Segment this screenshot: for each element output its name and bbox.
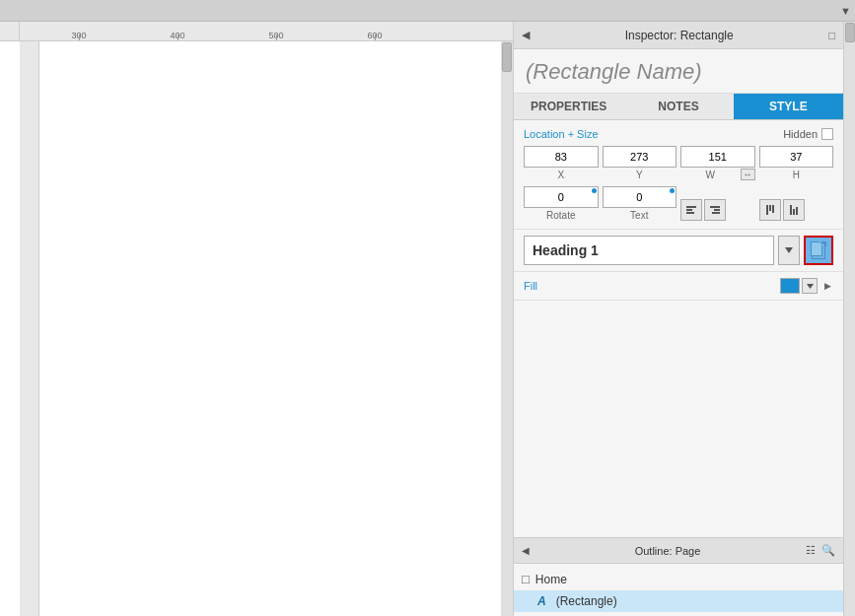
fill-color-swatch[interactable]	[780, 278, 800, 294]
ruler-horizontal: 300 400 500 600	[20, 22, 513, 41]
svg-rect-4	[714, 209, 720, 211]
rectangle-tree-label: (Rectangle)	[556, 594, 617, 608]
svg-rect-11	[796, 207, 798, 215]
tab-properties[interactable]: PROPERTIES	[514, 94, 623, 119]
tree-item-home[interactable]: □ Home	[514, 568, 843, 590]
x-input[interactable]: 83	[524, 146, 599, 168]
home-label: Home	[535, 573, 567, 586]
svg-rect-8	[772, 205, 774, 213]
collapse-icon[interactable]: ▼	[840, 5, 851, 17]
inspector-header: ◀ Inspector: Rectangle □	[514, 22, 843, 49]
ruler-corner	[0, 22, 20, 41]
align-right-btn[interactable]	[704, 199, 726, 221]
inspector-panel: ◀ Inspector: Rectangle □ (Rectangle Name…	[513, 22, 843, 616]
outline-search-icon[interactable]: 🔍	[821, 544, 835, 557]
y-input-group: 273 Y	[603, 146, 677, 180]
text-label: Text	[630, 210, 648, 221]
style-heading-row: Heading 1	[514, 230, 843, 272]
w-input-group: 151 W ↔	[680, 146, 755, 180]
rotate-label: Rotate	[546, 210, 575, 221]
align-group-2	[759, 199, 834, 221]
rectangle-tree-icon: A	[537, 594, 546, 608]
scroll-thumb[interactable]	[502, 42, 512, 72]
outline-section: ◀ Outline: Page ☷ 🔍 □ Home A (Rectangle)	[514, 537, 843, 616]
h-input[interactable]: 37	[759, 146, 834, 168]
rotate-input[interactable]: 0	[524, 186, 599, 208]
heading-value: Heading 1	[533, 242, 599, 258]
inspector-back-icon[interactable]: ◀	[522, 29, 530, 41]
fill-expand-btn[interactable]: ▶	[821, 278, 833, 294]
tab-style[interactable]: STYLE	[734, 94, 843, 119]
home-page-icon: □	[522, 572, 530, 586]
svg-rect-3	[710, 206, 720, 208]
text-dot	[670, 188, 675, 193]
inspector-detach-icon[interactable]: □	[828, 30, 835, 41]
svg-marker-12	[785, 247, 793, 253]
align-bottom-btn[interactable]	[783, 199, 805, 221]
svg-rect-9	[790, 205, 792, 215]
h-label: H	[793, 170, 800, 180]
svg-rect-5	[712, 212, 720, 214]
tab-notes[interactable]: NOTES	[623, 94, 733, 119]
y-label: Y	[636, 170, 643, 180]
inspector-body: Location + Size Hidden 83 X 273 Y	[514, 120, 843, 537]
align-left-btn[interactable]	[680, 199, 702, 221]
h-input-group: 37 H	[759, 146, 834, 180]
align-group-1	[680, 199, 755, 221]
hidden-label: Hidden	[783, 128, 818, 140]
ruler-vertical	[20, 41, 39, 616]
tree-item-rectangle[interactable]: A (Rectangle)	[514, 590, 843, 612]
style-dropdown-btn[interactable]	[778, 236, 800, 265]
x-label: X	[557, 170, 564, 180]
svg-rect-0	[686, 206, 696, 208]
svg-rect-1	[686, 209, 692, 211]
x-input-group: 83 X	[524, 146, 599, 180]
svg-rect-10	[793, 209, 795, 215]
w-input[interactable]: 151	[680, 146, 755, 168]
rotate-input-group: 0 Rotate	[524, 186, 599, 221]
canvas-draw-area[interactable]	[39, 41, 501, 616]
outline-title: Outline: Page	[535, 545, 800, 557]
fill-dropdown-btn[interactable]	[802, 278, 818, 294]
inspector-scroll-thumb[interactable]	[845, 23, 855, 42]
top-bar: ▼	[0, 0, 855, 22]
rectangle-name: (Rectangle Name)	[514, 49, 843, 94]
text-input[interactable]: 0	[603, 186, 677, 208]
style-copy-btn[interactable]	[804, 236, 833, 265]
inspector-vscrollbar[interactable]	[843, 22, 855, 616]
svg-marker-13	[807, 284, 814, 289]
fill-row: Fill ▶	[514, 272, 843, 301]
outline-back-icon[interactable]: ◀	[522, 545, 530, 556]
location-size-label: Location + Size	[524, 128, 599, 140]
outline-filter-icon[interactable]: ☷	[806, 544, 816, 557]
inspector-title: Inspector: Rectangle	[625, 29, 734, 42]
outline-tree: □ Home A (Rectangle)	[514, 564, 843, 616]
svg-rect-2	[686, 212, 694, 214]
hidden-checkbox[interactable]	[821, 128, 833, 140]
expand-w-icon[interactable]: ↔	[741, 169, 755, 180]
style-select-display: Heading 1	[524, 236, 774, 265]
inspector-tabs: PROPERTIES NOTES STYLE	[514, 94, 843, 120]
svg-rect-6	[766, 205, 768, 215]
location-size-section: Location + Size Hidden 83 X 273 Y	[514, 120, 843, 230]
rotate-dot	[592, 188, 597, 193]
canvas-vscrollbar[interactable]	[501, 41, 513, 616]
fill-label: Fill	[524, 280, 780, 292]
svg-rect-7	[769, 205, 771, 211]
y-input[interactable]: 273	[603, 146, 677, 168]
text-input-group: 0 Text	[603, 186, 677, 221]
w-label: W	[680, 170, 741, 180]
align-top-btn[interactable]	[759, 199, 781, 221]
outline-header: ◀ Outline: Page ☷ 🔍	[514, 538, 843, 564]
